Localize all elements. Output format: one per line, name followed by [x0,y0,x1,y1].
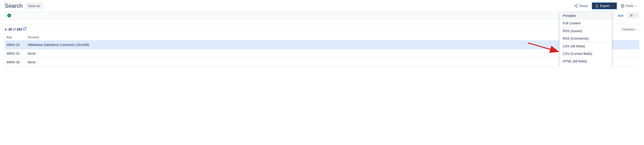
refresh-icon[interactable] [23,27,26,32]
svg-line-4 [576,6,577,7]
issue-key-link[interactable]: WIKK-30 [5,58,26,67]
share-label: Share [579,4,588,8]
page-title: Search [5,2,22,9]
save-as-button[interactable]: Save as [25,2,43,9]
table-row[interactable]: WIKK-30None [5,58,639,67]
table-row[interactable]: WIKK-31None [5,49,639,58]
jql-query-input[interactable] [5,12,615,19]
export-menu-item[interactable]: HTML (All fields) [560,58,612,65]
gear-icon [621,4,624,8]
view-switcher-button[interactable] [627,12,639,19]
account-cell: None [26,49,639,58]
table-row[interactable]: WIKK-32Wikkkieea Salesforce Connector (2… [5,40,639,49]
issue-key-link[interactable]: WIKK-32 [5,40,26,49]
export-menu-item[interactable]: RSS (Comments) [560,35,612,42]
svg-line-3 [576,5,577,6]
valid-check-icon [7,14,11,17]
svg-point-0 [577,4,578,5]
svg-point-2 [577,6,578,7]
svg-point-5 [622,6,623,6]
chevron-down-icon [611,4,614,7]
account-cell: Wikkkieea Salesforce Connector (201459) [26,40,639,49]
column-header-account[interactable]: Account [26,34,639,40]
export-button[interactable]: Export [592,2,617,10]
svg-point-1 [575,6,576,6]
basic-switch-link[interactable]: asic [617,12,625,19]
hamburger-icon [630,14,633,17]
export-label: Export [600,4,610,8]
section-divider [0,24,644,24]
export-menu-item[interactable]: CSV (Current fields) [560,50,612,58]
results-table: Key Account WIKK-32Wikkkieea Salesforce … [5,34,639,67]
export-menu-item[interactable]: RSS (Issues) [560,27,612,35]
columns-button[interactable]: Columns [622,28,639,31]
tools-button[interactable]: Tools [619,2,639,9]
issue-key-link[interactable]: WIKK-31 [5,49,26,58]
export-menu-item[interactable]: CSV (All fields) [560,42,612,50]
share-icon [574,4,578,8]
chevron-down-icon [634,4,638,7]
header-actions: Share Export Tools PrintableFull Content… [572,2,639,10]
export-menu-item[interactable]: HTML (Current fields) [560,65,612,67]
share-button[interactable]: Share [572,2,590,9]
export-icon [595,4,599,8]
chevron-down-icon [634,14,637,17]
export-menu-item[interactable]: Printable [560,12,612,20]
export-dropdown: PrintableFull ContentRSS (Issues)RSS (Co… [559,12,612,67]
tools-label: Tools [626,4,634,8]
column-header-key[interactable]: Key [5,34,26,40]
account-cell: None [26,58,639,67]
export-menu-item[interactable]: Full Content [560,20,612,27]
columns-label: Columns [622,28,634,31]
pagination-info: 1–30 of 293 [5,27,26,32]
chevron-down-icon [636,28,638,31]
